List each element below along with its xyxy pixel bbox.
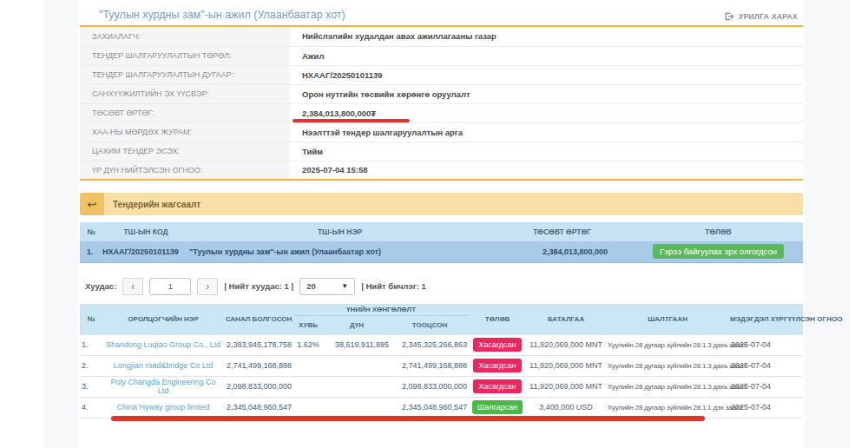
offered-price: 2,741,499,168,888 bbox=[224, 355, 293, 376]
pagination-label: Хуудас: bbox=[85, 281, 116, 291]
notified-date: 2025-07-04 bbox=[729, 334, 803, 355]
red-underline-annotation-budget bbox=[293, 119, 410, 122]
red-underline-annotation-winner bbox=[111, 416, 705, 421]
participant-row: 3. Poly Changda Engineering Co Ltd 2,098… bbox=[80, 376, 803, 397]
rejection-reason: Хуулийн 28 дугаар зүйлийн 28.1.3 дахь за… bbox=[606, 355, 729, 376]
detail-label: ЦАХИМ ТЕНДЕР ЭСЭХ: bbox=[80, 142, 290, 161]
detail-value: НХААГ/20250101139 bbox=[290, 65, 803, 84]
guarantee-amount: 3,400,000 USD bbox=[526, 397, 606, 418]
detail-label: ТӨСӨВТ ӨРТӨГ: bbox=[80, 103, 290, 122]
guarantee-amount: 11,920,069,000 MNT bbox=[526, 334, 606, 355]
col-guarantee: БАТАЛГАА bbox=[526, 304, 606, 335]
detail-value: 2025-07-04 15:58 bbox=[290, 161, 803, 180]
page-size-select[interactable]: 20 ▼ bbox=[299, 278, 355, 295]
participants-table: № ОРОЛЦОГЧИЙН НЭР САНАЛ БОЛГОСОН ҮНИЙН Х… bbox=[80, 304, 803, 418]
tender-list-banner-label: Тендерийн жагсаалт bbox=[113, 200, 201, 209]
discount-amount: 38,619,911,895 bbox=[323, 334, 391, 355]
detail-label: ХАА-НЫ МӨРДӨХ ЖУРАМ: bbox=[80, 122, 290, 142]
view-invitation-label: УРИЛГА ХАРАХ bbox=[739, 12, 798, 21]
next-page-button[interactable]: › bbox=[197, 278, 218, 295]
col-status: ТӨЛӨВ bbox=[469, 304, 526, 335]
notified-date: 2025-07-04 bbox=[729, 397, 803, 418]
col-no: № bbox=[80, 304, 102, 335]
calculated-price: 2,741,499,168,888 bbox=[391, 355, 469, 376]
col-percent: ХУВЬ bbox=[293, 315, 323, 334]
col-code: ТШ-ЫН КОД bbox=[102, 222, 189, 241]
discount-percent bbox=[293, 397, 323, 418]
view-invitation-link[interactable]: УРИЛГА ХАРАХ bbox=[725, 12, 798, 21]
detail-row: ТЕНДЕР ШАЛГАРУУЛАЛТЫН ТӨРӨЛ:Ажил bbox=[80, 46, 803, 65]
discount-percent bbox=[293, 376, 323, 397]
page-size-value: 20 bbox=[306, 281, 316, 291]
detail-row: ТӨСӨВТ ӨРТӨГ:2,384,013,800,000₮ bbox=[80, 103, 803, 122]
detail-value: Нээлттэй тендер шалгаруулалтын арга bbox=[290, 122, 803, 142]
offered-price: 2,345,048,960,547 bbox=[224, 397, 293, 418]
notified-date: 2025-07-04 bbox=[729, 355, 803, 376]
page-number-input[interactable] bbox=[149, 278, 191, 295]
detail-row: САНХҮҮЖИЛТИЙН ЭХ ҮҮСВЭР:Орон нутгийн төс… bbox=[80, 84, 803, 103]
participant-row: 2. Longjian road&bridge Co Ltd 2,741,499… bbox=[80, 355, 803, 376]
participant-no: 3. bbox=[80, 376, 102, 397]
rejection-reason: Хуулийн 28 дугаар зүйлийн 28.1.1 дэх заа… bbox=[606, 397, 729, 418]
participant-name-link[interactable]: Shandong Luqiao Group Co., Ltd bbox=[106, 340, 220, 349]
col-name: ТШ-ЫН НЭР bbox=[189, 222, 490, 241]
offered-price: 2,098,833,000,000 bbox=[224, 376, 293, 397]
col-offered: САНАЛ БОЛГОСОН bbox=[224, 304, 293, 335]
discount-amount bbox=[323, 355, 391, 376]
status-badge-winner: Шалгарсан bbox=[472, 400, 523, 414]
tender-list-table: № ТШ-ЫН КОД ТШ-ЫН НЭР ТӨСӨВТ ӨРТӨГ ТӨЛӨВ… bbox=[80, 222, 803, 263]
detail-label: САНХҮҮЖИЛТИЙН ЭХ ҮҮСВЭР: bbox=[80, 84, 290, 103]
col-no: № bbox=[80, 222, 102, 241]
detail-label: ҮР ДҮН НИЙТЭЛСЭН ОГНОО: bbox=[80, 161, 290, 180]
participant-name-link[interactable]: China Hyway group limited bbox=[116, 403, 209, 412]
participant-no: 1. bbox=[80, 334, 102, 355]
rejection-reason: Хуулийн 28 дугаар зүйлийн 28.1.3 дахь за… bbox=[606, 376, 729, 397]
tender-row-name: "Туулын хурдны зам"-ын ажил (Улаанбаатар… bbox=[189, 241, 490, 262]
calculated-price: 2,098,833,000,000 bbox=[391, 376, 469, 397]
total-records-label: | Нийт бичлэг: 1 bbox=[361, 281, 426, 291]
participant-no: 4. bbox=[80, 397, 102, 418]
detail-row: ЗАХИАЛАГЧ:Нийслэлийн худалдан авах ажилл… bbox=[80, 27, 803, 46]
total-pages-label: | Нийт хуудас: 1 | bbox=[224, 281, 293, 291]
col-calculated: ТООЦСОН bbox=[391, 315, 469, 334]
tender-details-table: ЗАХИАЛАГЧ:Нийслэлийн худалдан авах ажилл… bbox=[80, 27, 803, 181]
calculated-price: 2,345,325,266,863 bbox=[391, 334, 469, 355]
participant-name-link[interactable]: Longjian road&bridge Co Ltd bbox=[114, 361, 214, 370]
offered-price: 2,383,945,178,758 bbox=[224, 334, 293, 355]
content-card: "Туулын хурдны зам"-ын ажил (Улаанбаатар… bbox=[78, 0, 805, 448]
calculated-price: 2,345,048,960,547 bbox=[391, 397, 469, 418]
detail-label: ТЕНДЕР ШАЛГАРУУЛАЛТЫН ДУГААР: bbox=[80, 65, 290, 84]
status-badge-rejected: Хасагдсан bbox=[473, 359, 521, 372]
tender-row-selected[interactable]: 1. НХААГ/20250101139 "Туулын хурдны зам"… bbox=[80, 241, 803, 262]
participant-no: 2. bbox=[80, 355, 102, 376]
guarantee-amount: 11,920,069,000 MNT bbox=[526, 355, 606, 376]
status-badge-awarded: Гэрээ байгуулах эрх олгогдсон bbox=[653, 244, 784, 259]
status-badge-rejected: Хасагдсан bbox=[473, 338, 521, 352]
card-header: "Туулын хурдны зам"-ын ажил (Улаанбаатар… bbox=[80, 0, 803, 27]
prev-page-button[interactable]: ‹ bbox=[122, 278, 143, 295]
discount-percent: 1.62% bbox=[293, 334, 323, 355]
participant-name-link[interactable]: Poly Changda Engineering Co Ltd bbox=[110, 378, 215, 395]
detail-value: Ажил bbox=[290, 46, 803, 65]
tender-list-banner: ↩ Тендерийн жагсаалт bbox=[80, 193, 803, 215]
col-amount: ДҮН bbox=[323, 315, 391, 334]
page-title: "Туулын хурдны зам"-ын ажил (Улаанбаатар… bbox=[99, 9, 345, 21]
detail-value: Тийм bbox=[290, 142, 803, 161]
detail-row: ҮР ДҮН НИЙТЭЛСЭН ОГНОО:2025-07-04 15:58 bbox=[80, 161, 803, 180]
col-participant-name: ОРОЛЦОГЧИЙН НЭР bbox=[102, 304, 224, 335]
sign-out-icon bbox=[725, 12, 734, 21]
col-reason: ШАЛТГААН bbox=[606, 304, 729, 335]
detail-label: ЗАХИАЛАГЧ: bbox=[80, 27, 290, 46]
tender-row-no: 1. bbox=[80, 241, 102, 262]
col-budget: ТӨСӨВТ ӨРТӨГ bbox=[490, 222, 634, 241]
discount-amount bbox=[323, 397, 391, 418]
participant-row: 1. Shandong Luqiao Group Co., Ltd 2,383,… bbox=[80, 334, 803, 355]
participant-row: 4. China Hyway group limited 2,345,048,9… bbox=[80, 397, 803, 418]
tender-row-budget: 2,384,013,800,000 bbox=[490, 241, 634, 262]
reply-arrow-icon: ↩ bbox=[80, 193, 104, 215]
discount-amount bbox=[323, 376, 391, 397]
detail-row: ХАА-НЫ МӨРДӨХ ЖУРАМ:Нээлттэй тендер шалг… bbox=[80, 122, 803, 142]
detail-label: ТЕНДЕР ШАЛГАРУУЛАЛТЫН ТӨРӨЛ: bbox=[80, 46, 290, 65]
discount-percent bbox=[293, 355, 323, 376]
col-status: ТӨЛӨВ bbox=[634, 222, 803, 241]
